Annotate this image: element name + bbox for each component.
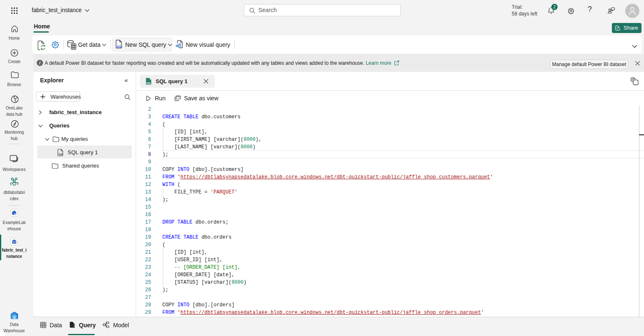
svg-text:SQL: SQL (58, 153, 63, 155)
svg-text:SQL: SQL (116, 45, 123, 48)
svg-text:SQL: SQL (146, 82, 152, 84)
